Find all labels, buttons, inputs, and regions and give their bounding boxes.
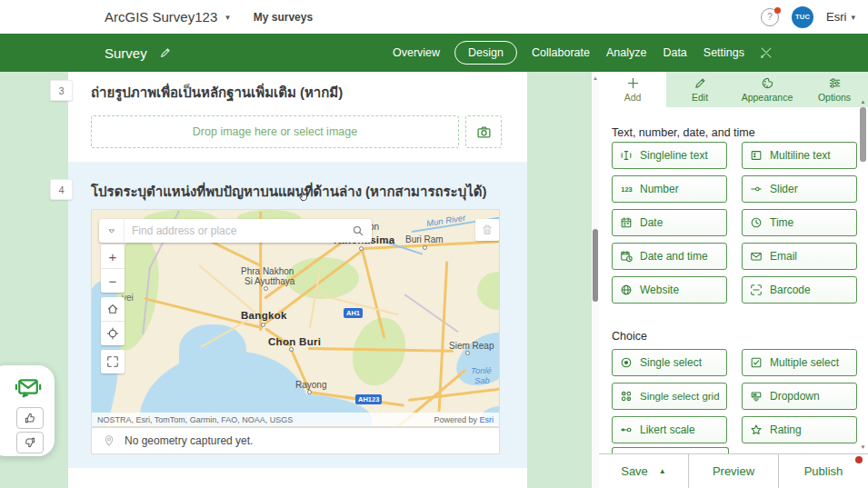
question-4-number: 4 <box>50 179 73 200</box>
navbar-tabs: Overview Design Collaborate Analyze Data… <box>391 34 773 72</box>
add-website-button[interactable]: Website <box>612 276 727 304</box>
form-scrollbar[interactable]: ▲ <box>592 72 599 488</box>
thumbs-down-icon <box>24 436 36 449</box>
thumbs-up-button[interactable] <box>16 407 44 429</box>
locate-button[interactable] <box>101 322 125 345</box>
city-dot-bangkok <box>261 323 265 327</box>
add-barcode-button[interactable]: Barcode <box>742 276 857 304</box>
scroll-up-arrow[interactable]: ▲ <box>592 75 599 81</box>
locate-icon <box>106 327 119 340</box>
map-label-tonle-1: Tonlé <box>471 365 492 375</box>
preview-button[interactable]: Preview <box>688 454 778 488</box>
panel-footer: Save▲ Preview Publish <box>599 453 868 488</box>
account-name: Esri <box>826 10 846 24</box>
add-date-and-time-button[interactable]: Date and time <box>612 243 727 270</box>
add-number-button[interactable]: Number <box>612 175 727 203</box>
panel-tab-options[interactable]: Options <box>801 72 868 107</box>
camera-button[interactable] <box>465 115 502 148</box>
nav-controls <box>101 297 125 345</box>
add-multiline-text-button[interactable]: Multiline text <box>742 142 857 169</box>
panel-scrollbar-thumb[interactable] <box>860 107 866 162</box>
attribution-sources: NOSTRA, Esri, TomTom, Garmin, FAO, NOAA,… <box>97 415 293 424</box>
tab-design[interactable]: Design <box>454 41 517 65</box>
panel-tab-appearance[interactable]: Appearance <box>733 72 801 107</box>
sliders-icon <box>828 76 842 90</box>
add-email-button[interactable]: Email <box>742 243 857 270</box>
clock-icon <box>750 216 763 229</box>
map-label-chon-buri: Chon Buri <box>268 336 321 347</box>
barcode-icon <box>750 284 763 296</box>
multiline-text-icon <box>750 149 763 162</box>
chevron-down-icon: ▾ <box>851 13 855 22</box>
add-single-select-button[interactable]: Single select <box>612 349 727 376</box>
add-single-select-grid-button[interactable]: Single select grid <box>612 383 727 410</box>
tab-data[interactable]: Data <box>661 43 688 63</box>
tab-collaborate[interactable]: Collaborate <box>530 43 592 63</box>
account-menu[interactable]: Esri ▾ <box>826 10 855 24</box>
scrollbar-thumb[interactable] <box>593 229 598 302</box>
home-button[interactable] <box>101 297 125 321</box>
choice-type-grid: Single select Multiple select Single sel… <box>612 349 857 443</box>
fullscreen-button[interactable] <box>101 350 125 373</box>
dropdown-icon <box>750 390 763 403</box>
map-label-rayong: Rayong <box>295 380 326 390</box>
map-label-bangkok: Bangkok <box>241 310 287 321</box>
city-dot-siem-reap <box>465 351 470 355</box>
add-singleline-text-button[interactable]: Singleline text <box>612 142 727 169</box>
edit-survey-title-button[interactable] <box>159 46 172 59</box>
map-label-ayutthaya-1: Phra Nakhon <box>241 266 294 276</box>
avatar[interactable]: TUC <box>792 6 813 28</box>
singleline-text-icon <box>620 149 633 162</box>
map-label-buri-ram: Buri Ram <box>405 234 444 244</box>
panel-scroll-up-arrow[interactable]: ▲ <box>860 99 866 105</box>
feedback-bot-icon[interactable] <box>15 373 42 400</box>
map-widget[interactable]: AH1 AH123 on Ratchasima Buri Ram Mun Riv… <box>91 209 500 427</box>
save-button[interactable]: Save▲ <box>599 454 688 488</box>
add-dropdown-button[interactable]: Dropdown <box>742 383 857 410</box>
map-attribution: NOSTRA, Esri, TomTom, Garmin, FAO, NOAA,… <box>92 413 499 426</box>
map-water <box>179 324 246 379</box>
city-dot-chon-buri <box>289 347 294 352</box>
star-icon <box>750 423 763 436</box>
help-button[interactable]: ? <box>761 8 779 26</box>
add-slider-button[interactable]: Slider <box>742 175 857 203</box>
tab-settings[interactable]: Settings <box>702 43 746 63</box>
search-options-button[interactable] <box>99 219 125 243</box>
pin-icon <box>103 434 115 447</box>
camera-icon <box>476 124 492 140</box>
clear-geometry-button[interactable] <box>475 219 499 241</box>
trash-icon <box>481 224 494 236</box>
add-rating-button[interactable]: Rating <box>742 416 857 443</box>
tab-analyze[interactable]: Analyze <box>604 43 648 63</box>
my-surveys-link[interactable]: My surveys <box>254 11 313 24</box>
thumbs-down-button[interactable] <box>16 432 44 453</box>
add-time-button[interactable]: Time <box>742 209 857 236</box>
crossed-tools-icon[interactable] <box>759 45 773 60</box>
map-search-input[interactable] <box>125 224 352 237</box>
survey-title: Survey <box>105 45 147 61</box>
palette-icon <box>761 76 774 90</box>
notification-dot <box>774 7 781 14</box>
add-multiple-select-button[interactable]: Multiple select <box>742 349 857 376</box>
highway-shield-ah1: AH1 <box>344 308 363 318</box>
question-3-number: 3 <box>50 80 73 101</box>
panel-tab-edit[interactable]: Edit <box>666 72 733 107</box>
image-dropzone[interactable]: Drop image here or select image <box>91 115 459 148</box>
topbar-right: ? TUC Esri ▾ <box>761 6 855 28</box>
section-title-text: Choice <box>612 330 647 343</box>
add-date-button[interactable]: Date <box>612 209 727 236</box>
tab-overview[interactable]: Overview <box>391 43 442 63</box>
expand-control <box>101 350 125 373</box>
globe-icon <box>620 284 633 296</box>
app-switcher[interactable]: ArcGIS Survey123 ▾ <box>105 9 230 25</box>
app-window: ArcGIS Survey123 ▾ My surveys ? TUC Esri… <box>0 0 868 488</box>
add-likert-scale-button[interactable]: Likert scale <box>612 416 727 443</box>
search-icon[interactable] <box>352 224 364 237</box>
geometry-status: No geometry captured yet. <box>91 427 500 454</box>
slider-icon <box>750 183 763 195</box>
zoom-in-button[interactable]: + <box>101 244 125 268</box>
panel-scroll-down-arrow[interactable]: ▼ <box>860 444 866 450</box>
panel-tab-add[interactable]: Add <box>599 72 666 107</box>
zoom-out-button[interactable]: − <box>101 269 125 293</box>
powered-by: Powered by Esri <box>434 415 494 424</box>
